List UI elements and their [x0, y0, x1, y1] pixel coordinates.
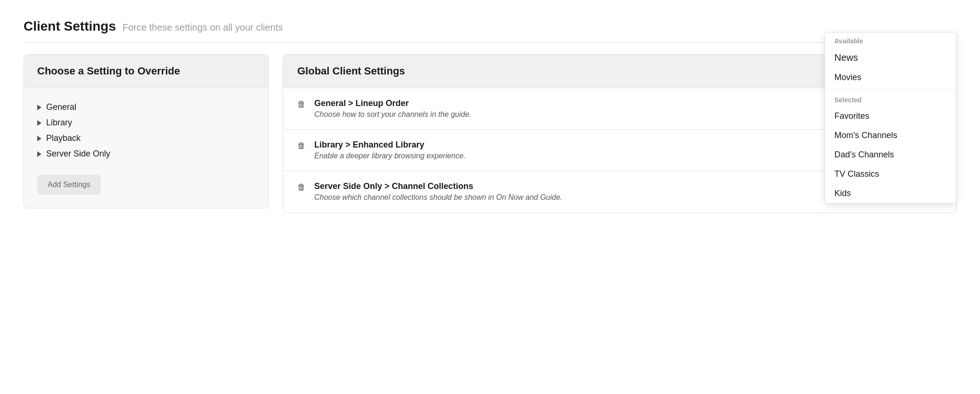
nav-item-label: Playback: [46, 133, 81, 143]
dropdown-item-moms-channels[interactable]: Mom's Channels: [825, 126, 956, 145]
nav-arrow-icon: [37, 151, 41, 157]
nav-arrow-icon: [37, 105, 41, 110]
left-panel-title: Choose a Setting to Override: [37, 65, 255, 77]
settings-item-content: Server Side Only > Channel Collections C…: [314, 181, 881, 202]
dropdown-item-tv-classics[interactable]: TV Classics: [825, 164, 956, 184]
nav-item-label: Library: [46, 118, 72, 128]
page-title: Client Settings: [24, 19, 116, 34]
nav-arrow-icon: [37, 136, 41, 141]
add-settings-button[interactable]: Add Settings: [37, 175, 101, 195]
dropdown-menu: Available News Movies Selected Favorites…: [825, 32, 956, 204]
nav-arrow-icon: [37, 120, 41, 126]
left-panel: Choose a Setting to Override General Lib…: [24, 54, 269, 208]
page-subtitle: Force these settings on all your clients: [122, 22, 283, 33]
nav-list: General Library Playback Server Side Onl…: [37, 99, 255, 162]
dropdown-item-news[interactable]: News: [825, 48, 956, 68]
settings-item-desc: Choose which channel collections should …: [314, 193, 881, 202]
content-area: Choose a Setting to Override General Lib…: [24, 54, 956, 213]
left-panel-body: General Library Playback Server Side Onl…: [24, 88, 268, 208]
nav-item-library[interactable]: Library: [37, 115, 255, 131]
page-header: Client Settings Force these settings on …: [24, 19, 956, 43]
dropdown-selected-label: Selected: [825, 91, 956, 107]
dropdown-item-favorites[interactable]: Favorites: [825, 107, 956, 126]
left-panel-header: Choose a Setting to Override: [24, 55, 268, 88]
trash-icon[interactable]: 🗑: [297, 99, 306, 109]
nav-item-playback[interactable]: Playback: [37, 131, 255, 146]
trash-icon[interactable]: 🗑: [297, 141, 306, 151]
dropdown-item-kids[interactable]: Kids: [825, 184, 956, 203]
trash-icon[interactable]: 🗑: [297, 182, 306, 192]
dropdown-item-movies[interactable]: Movies: [825, 68, 956, 87]
nav-item-general[interactable]: General: [37, 99, 255, 115]
dropdown-item-dads-channels[interactable]: Dad's Channels: [825, 145, 956, 164]
nav-item-label: Server Side Only: [46, 149, 110, 159]
settings-item-title: Server Side Only > Channel Collections: [314, 181, 881, 191]
nav-item-label: General: [46, 102, 76, 112]
nav-item-server-side-only[interactable]: Server Side Only: [37, 146, 255, 162]
dropdown-available-label: Available: [825, 33, 956, 48]
dropdown-divider: [825, 89, 956, 90]
